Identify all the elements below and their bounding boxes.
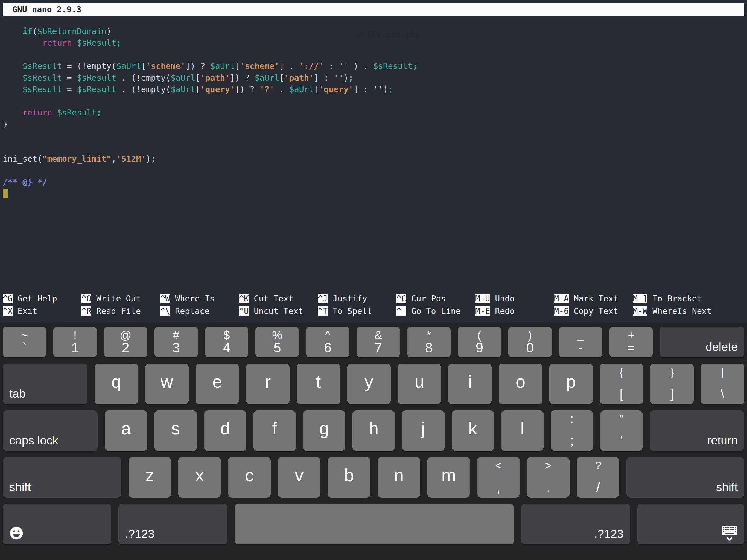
key-main-label: -	[578, 341, 583, 355]
key-equals[interactable]: +=	[610, 327, 653, 357]
key-1[interactable]: !1	[53, 327, 97, 357]
key-main-label: m	[441, 466, 456, 484]
key-j[interactable]: j	[402, 410, 444, 451]
key-semicolon[interactable]: :;	[551, 410, 593, 451]
key-period[interactable]: >.	[527, 457, 570, 498]
key-l[interactable]: l	[501, 410, 544, 451]
shortcut-key: M-E	[475, 306, 490, 316]
caps-lock-key[interactable]: caps lock	[3, 410, 98, 451]
shortcut-item: ^W Where Is	[160, 292, 239, 305]
shortcut-column: M-U UndoM-E Redo	[475, 292, 554, 317]
shortcut-key: M-6	[554, 306, 569, 316]
key-5[interactable]: %5	[255, 327, 299, 357]
key-q[interactable]: q	[95, 364, 138, 404]
key-main-label: v	[295, 466, 304, 484]
shortcut-column: M-] To BracketM-W WhereIs Next	[633, 292, 712, 317]
key-9[interactable]: (9	[458, 327, 501, 357]
shortcut-label: Redo	[490, 306, 515, 316]
shift-right-key[interactable]: shift	[626, 457, 744, 498]
key-main-label: n	[394, 466, 404, 484]
key-8[interactable]: *8	[407, 327, 450, 357]
key-p[interactable]: p	[549, 364, 593, 404]
key-v[interactable]: v	[278, 457, 320, 498]
shortcut-label: Get Help	[12, 294, 57, 303]
shift-left-key[interactable]: shift	[3, 457, 121, 498]
keyboard-row: caps lockasdfghjkl:;”’return	[3, 410, 744, 451]
tab-key[interactable]: tab	[3, 364, 87, 404]
return-key[interactable]: return	[650, 410, 744, 451]
shortcut-key: ^X	[3, 306, 12, 316]
keyboard-row: shiftzxcvbnm<,>.?/shift	[3, 457, 744, 498]
shortcut-label: Cur Pos	[406, 294, 446, 303]
key-3[interactable]: #3	[154, 327, 198, 357]
key-backslash[interactable]: |\	[701, 364, 744, 404]
key-7[interactable]: &7	[357, 327, 400, 357]
shortcut-item: ^\ Replace	[160, 305, 239, 317]
shortcut-key: ^C	[396, 294, 406, 303]
key-slash[interactable]: ?/	[577, 457, 619, 498]
key-0[interactable]: )0	[508, 327, 552, 357]
key-k[interactable]: k	[452, 410, 494, 451]
key-d[interactable]: d	[204, 410, 247, 451]
delete-key[interactable]: delete	[660, 327, 744, 357]
key-g[interactable]: g	[303, 410, 345, 451]
key-m[interactable]: m	[428, 457, 470, 498]
key-h[interactable]: h	[353, 410, 395, 451]
key-b[interactable]: b	[328, 457, 370, 498]
key-c[interactable]: c	[228, 457, 271, 498]
shortcut-item: M-] To Bracket	[633, 292, 712, 305]
key-2[interactable]: @2	[104, 327, 147, 357]
key-quote[interactable]: ”’	[600, 410, 643, 451]
key-f[interactable]: f	[254, 410, 296, 451]
key-shift-label: )	[528, 330, 532, 341]
numbers-right-key[interactable]: .?123	[521, 504, 630, 544]
key-a[interactable]: a	[105, 410, 147, 451]
shortcut-key: ^K	[239, 294, 249, 303]
shortcut-key: ^O	[81, 294, 91, 303]
key-main-label: k	[468, 420, 477, 437]
key-main-label: 2	[122, 341, 129, 355]
shortcut-key: ^T	[318, 306, 328, 316]
key-r[interactable]: r	[246, 364, 289, 404]
key-i[interactable]: i	[448, 364, 492, 404]
key-s[interactable]: s	[154, 410, 197, 451]
key-comma[interactable]: <,	[477, 457, 520, 498]
key-main-label: o	[516, 373, 525, 390]
key-6[interactable]: ^6	[306, 327, 350, 357]
key-u[interactable]: u	[398, 364, 441, 404]
shortcut-label: To Spell	[328, 306, 372, 316]
key-grave[interactable]: ~`	[3, 327, 46, 357]
key-z[interactable]: z	[129, 457, 171, 498]
key-o[interactable]: o	[499, 364, 542, 404]
key-w[interactable]: w	[145, 364, 189, 404]
key-shift-label: $	[223, 330, 230, 341]
key-e[interactable]: e	[196, 364, 239, 404]
key-shift-label: +	[628, 330, 635, 341]
code-line	[3, 95, 744, 107]
shortcut-column: ^G Get Help^X Exit	[3, 292, 81, 317]
shortcut-item: ^T To Spell	[318, 305, 396, 317]
key-n[interactable]: n	[378, 457, 420, 498]
shortcut-column: M-A Mark TextM-6 Copy Text	[554, 292, 633, 317]
key-bracket-left[interactable]: {[	[600, 364, 643, 404]
code-area[interactable]: if($bReturnDomain) return $sResult; $sRe…	[3, 26, 744, 292]
emoji-key[interactable]	[3, 504, 111, 544]
space-key[interactable]	[235, 504, 514, 544]
key-main-label: ;	[570, 434, 574, 447]
key-4[interactable]: $4	[205, 327, 249, 357]
keyboard-row: .?123.?123	[3, 504, 744, 544]
key-t[interactable]: t	[297, 364, 340, 404]
key-main-label: l	[520, 420, 524, 437]
key-y[interactable]: y	[347, 364, 391, 404]
keyboard-row: ~`!1@2#3$4%5^6&7*8(9)0_-+=delete	[3, 327, 744, 357]
key-bracket-right[interactable]: }]	[650, 364, 694, 404]
key-main-label: j	[421, 420, 425, 437]
key-x[interactable]: x	[178, 457, 221, 498]
shortcut-label: Justify	[328, 294, 367, 303]
nano-titlebar: GNU nano 2.9.3 utils.inc.php	[3, 3, 744, 16]
shortcut-label: Copy Text	[569, 306, 618, 316]
code-line: /** @} */	[3, 176, 744, 188]
dismiss-keyboard-key[interactable]	[637, 504, 744, 544]
numbers-left-key[interactable]: .?123	[119, 504, 227, 544]
key-minus[interactable]: _-	[559, 327, 602, 357]
